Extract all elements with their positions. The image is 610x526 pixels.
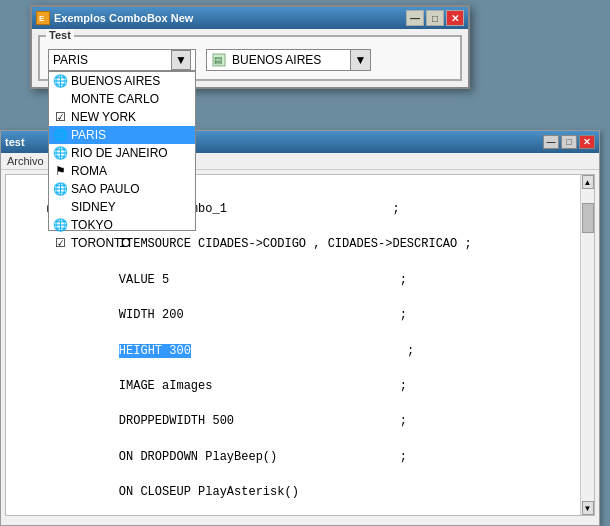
editor-title: test xyxy=(5,136,25,148)
main-win-controls[interactable]: — □ ✕ xyxy=(406,10,464,26)
code-line-3: VALUE 5 ; xyxy=(18,272,582,289)
combo2-icon: ▤ xyxy=(209,50,229,70)
main-window: E Exemplos ComboBox New — □ ✕ Test PARIS xyxy=(30,5,470,89)
item-icon-toronto: ☑ xyxy=(53,236,67,250)
item-label: RIO DE JANEIRO xyxy=(71,146,168,160)
scroll-down-btn[interactable]: ▼ xyxy=(582,501,594,515)
main-close-btn[interactable]: ✕ xyxy=(446,10,464,26)
combo2-arrow-icon: ▼ xyxy=(355,53,367,67)
combo1-arrow-btn[interactable]: ▼ xyxy=(171,50,191,70)
item-label: NEW YORK xyxy=(71,110,136,124)
editor-close-btn[interactable]: ✕ xyxy=(579,135,595,149)
combo1-dropdown-list[interactable]: 🌐 BUENOS AIRES MONTE CARLO ☑ NEW YORK 🌐 … xyxy=(48,71,196,231)
item-label: SAO PAULO xyxy=(71,182,139,196)
item-icon-sao-paulo: 🌐 xyxy=(53,182,67,196)
scroll-thumb[interactable] xyxy=(582,203,594,233)
combo2-value: BUENOS AIRES xyxy=(229,53,350,67)
list-item[interactable]: 🌐 BUENOS AIRES xyxy=(49,72,195,90)
close-icon: ✕ xyxy=(451,13,459,24)
item-icon-sidney xyxy=(53,200,67,214)
main-title-area: E Exemplos ComboBox New xyxy=(36,11,193,25)
test-label: Test xyxy=(46,29,74,41)
item-icon-paris: 🌐 xyxy=(53,128,67,142)
combo1-input[interactable]: PARIS ▼ xyxy=(48,49,196,71)
minimize-icon: — xyxy=(410,13,420,24)
combo2-container[interactable]: ▤ BUENOS AIRES ▼ xyxy=(206,49,371,71)
code-highlight: HEIGHT 300 xyxy=(119,344,191,358)
item-label: TOKYO xyxy=(71,218,113,232)
list-item[interactable]: 🌐 TOKYO xyxy=(49,216,195,234)
item-label: PARIS xyxy=(71,128,106,142)
combo1-arrow-icon: ▼ xyxy=(175,53,187,67)
main-titlebar: E Exemplos ComboBox New — □ ✕ xyxy=(32,7,468,29)
maximize-icon: □ xyxy=(432,13,438,24)
list-item[interactable]: ☑ TORONTO xyxy=(49,234,195,252)
code-line-7: DROPPEDWIDTH 500 ; xyxy=(18,413,582,430)
combo-row: PARIS ▼ 🌐 BUENOS AIRES MONTE CARLO xyxy=(48,49,452,71)
code-line-4: WIDTH 200 ; xyxy=(18,307,582,324)
scrollbar[interactable]: ▲ ▼ xyxy=(580,175,594,515)
editor-minimize-btn[interactable]: — xyxy=(543,135,559,149)
combo2-arrow-btn[interactable]: ▼ xyxy=(350,50,370,70)
item-label: TORONTO xyxy=(71,236,131,250)
main-maximize-btn[interactable]: □ xyxy=(426,10,444,26)
item-icon-tokyo: 🌐 xyxy=(53,218,67,232)
list-item[interactable]: 🌐 RIO DE JANEIRO xyxy=(49,144,195,162)
code-line-9: ON CLOSEUP PlayAsterisk() xyxy=(18,484,582,501)
editor-maximize-btn[interactable]: □ xyxy=(561,135,577,149)
code-line-5: HEIGHT 300 ; xyxy=(18,343,582,360)
svg-text:▤: ▤ xyxy=(214,55,223,65)
item-icon-rio: 🌐 xyxy=(53,146,67,160)
item-label: SIDNEY xyxy=(71,200,116,214)
scroll-up-btn[interactable]: ▲ xyxy=(582,175,594,189)
combo1-container: PARIS ▼ 🌐 BUENOS AIRES MONTE CARLO xyxy=(48,49,196,71)
combo1-value: PARIS xyxy=(53,53,171,67)
item-label: ROMA xyxy=(71,164,107,178)
list-item[interactable]: MONTE CARLO xyxy=(49,90,195,108)
list-item[interactable]: ⚑ ROMA xyxy=(49,162,195,180)
item-icon-monte-carlo xyxy=(53,92,67,106)
main-window-title: Exemplos ComboBox New xyxy=(54,12,193,24)
item-label: BUENOS AIRES xyxy=(71,74,160,88)
archivo-menu[interactable]: Archivo xyxy=(7,155,44,167)
item-icon-new-york: ☑ xyxy=(53,110,67,124)
test-panel: Test PARIS ▼ 🌐 BUENOS AIRES xyxy=(38,35,462,81)
list-item[interactable]: ☑ NEW YORK xyxy=(49,108,195,126)
code-line-6: IMAGE aImages ; xyxy=(18,378,582,395)
code-line-8: ON DROPDOWN PlayBeep() ; xyxy=(18,449,582,466)
item-label: MONTE CARLO xyxy=(71,92,159,106)
editor-title-area: test xyxy=(5,136,25,148)
editor-win-controls[interactable]: — □ ✕ xyxy=(543,135,595,149)
item-icon-roma: ⚑ xyxy=(53,164,67,178)
list-item[interactable]: 🌐 SAO PAULO xyxy=(49,180,195,198)
item-icon-buenos-aires: 🌐 xyxy=(53,74,67,88)
app-icon: E xyxy=(36,11,50,25)
svg-text:E: E xyxy=(39,14,45,23)
main-minimize-btn[interactable]: — xyxy=(406,10,424,26)
list-item-selected[interactable]: 🌐 PARIS xyxy=(49,126,195,144)
list-item[interactable]: SIDNEY xyxy=(49,198,195,216)
